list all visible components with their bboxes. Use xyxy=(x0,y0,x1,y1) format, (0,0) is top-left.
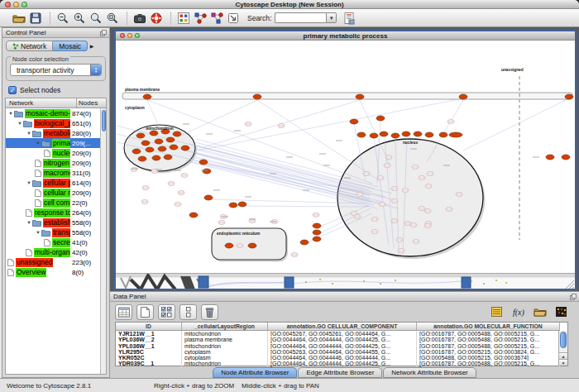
network-view-titlebar[interactable]: primary metabolic process xyxy=(116,31,575,41)
select-attributes-button[interactable] xyxy=(158,304,175,320)
node-attribute-button[interactable] xyxy=(176,11,191,26)
tree-row-nucleobase-[interactable]: nucleobase-209(0) xyxy=(6,148,100,158)
network-canvas[interactable]: plasma membranecytoplasmmitochondrionnuc… xyxy=(116,41,575,273)
page-icon xyxy=(35,189,41,197)
page-icon xyxy=(35,160,41,167)
tree-row-secretion[interactable]: secretion41(0) xyxy=(6,237,100,247)
tree-row-establishment-of-lo[interactable]: ▼establishment of lo558(0) xyxy=(6,218,100,227)
table-cell: [GO:0044464, GO:0044444, GO:0044425, G..… xyxy=(268,337,417,342)
save-session-button[interactable] xyxy=(28,11,43,26)
expander-icon[interactable]: ▼ xyxy=(35,230,41,235)
table-row[interactable]: YPL036W__1mitochondrion[GO:0044464, GO:0… xyxy=(116,343,567,349)
tree-column-nodes[interactable]: Nodes xyxy=(76,98,106,108)
table-scrollbar[interactable]: ▲ ▼ xyxy=(558,331,567,366)
tree-row-cellular-metabol[interactable]: cellular metabol209(0) xyxy=(6,188,100,198)
search-input[interactable] xyxy=(275,12,326,23)
tree-row-overview[interactable]: Overview8(0) xyxy=(6,267,100,277)
annotation-report-button[interactable] xyxy=(342,11,356,26)
search-dropdown-arrow-icon[interactable]: ▼ xyxy=(326,12,337,23)
import-attributes-button[interactable] xyxy=(531,304,548,320)
table-scrollbar-thumb[interactable] xyxy=(560,332,567,348)
toolbar-separator xyxy=(170,12,171,25)
frame-zoom-button[interactable] xyxy=(135,33,140,38)
tree-row-node-count: 209(0) xyxy=(70,150,100,157)
expander-icon[interactable]: ▼ xyxy=(26,180,32,185)
expander-icon[interactable]: ▼ xyxy=(7,111,14,116)
table-column-header[interactable]: _cellularLayoutRegion xyxy=(182,323,268,331)
float-panel-icon[interactable] xyxy=(570,294,577,300)
scroll-up-icon[interactable]: ▲ xyxy=(559,352,567,359)
unselect-attributes-button[interactable] xyxy=(179,304,197,320)
tree-scrollbar-thumb[interactable] xyxy=(102,110,106,131)
table-column-header[interactable]: annotation.GO MOLECULAR_FUNCTION xyxy=(417,323,560,331)
table-row[interactable]: YJR121W__1mitochondrion[GO:0045267, GO:0… xyxy=(116,331,567,337)
frame-close-button[interactable] xyxy=(120,33,125,38)
tree-row-transport[interactable]: ▼transport558(0) xyxy=(6,227,100,237)
zoom-fit-button[interactable] xyxy=(89,11,103,26)
attribute-list-button[interactable] xyxy=(488,304,505,320)
status-hint-pan: Middle-click + drag to PAN xyxy=(242,382,319,390)
attribute-table-button[interactable] xyxy=(115,304,132,320)
network-tree-header: Network Nodes xyxy=(6,98,106,108)
tree-row-multi-organism-pro[interactable]: multi-organism pro42(0) xyxy=(6,247,100,257)
data-panel-header: Data Panel xyxy=(110,292,579,302)
resize-grip-icon[interactable] xyxy=(566,280,574,289)
scroll-down-icon[interactable]: ▼ xyxy=(559,359,567,366)
import-network-button[interactable] xyxy=(226,11,241,26)
tree-row-macromolecule[interactable]: macromolecule311(0) xyxy=(6,168,100,178)
expander-icon[interactable]: ▼ xyxy=(26,220,32,225)
folder-icon xyxy=(41,140,50,147)
open-session-button[interactable] xyxy=(12,11,26,26)
table-row[interactable]: YPL036W__2plasma membrane[GO:0044464, GO… xyxy=(116,337,567,342)
tree-column-network[interactable]: Network xyxy=(6,98,76,108)
tab-network[interactable]: Network xyxy=(6,41,53,51)
tab-overflow-arrow-icon[interactable]: ▶ xyxy=(88,41,96,51)
tree-row-primary-metabo[interactable]: ▼primary metabo209(... xyxy=(6,138,100,148)
tree-row-node-count: 223(0) xyxy=(70,259,100,266)
tree-row-unassigned[interactable]: unassigned223(0) xyxy=(6,257,100,267)
delete-attribute-button[interactable] xyxy=(201,304,218,320)
tree-row-response-to-stimulu[interactable]: response to stimulu264(0) xyxy=(6,208,100,218)
region-label: cytoplasm xyxy=(125,106,145,110)
tree-row-mosaic-demo-yeast[interactable]: ▼mosaic-demo-yeast874(0) xyxy=(6,108,100,118)
matrix-button[interactable] xyxy=(553,304,570,320)
tab-edge-attribute-browser[interactable]: Edge Attribute Browser xyxy=(298,367,382,378)
expander-icon[interactable]: ▼ xyxy=(26,131,32,136)
tab-mosaic[interactable]: Mosaic xyxy=(53,41,88,51)
table-column-header[interactable]: ID xyxy=(116,323,182,331)
tab-node-attribute-browser[interactable]: Node Attribute Browser xyxy=(213,367,297,378)
tab-network-attribute-browser[interactable]: Network Attribute Browser xyxy=(383,367,476,378)
zoom-out-button[interactable] xyxy=(55,11,70,26)
expander-icon[interactable]: ▼ xyxy=(17,121,23,126)
help-ring-button[interactable] xyxy=(149,11,164,26)
tree-row-biological-process[interactable]: ▼biological_process651(0) xyxy=(6,118,100,128)
tree-row-metabolic-process[interactable]: ▼metabolic process280(0) xyxy=(6,128,100,138)
node-color-selection-group: Node color selection transporter activit… xyxy=(6,56,106,81)
expander-icon[interactable]: ▼ xyxy=(35,141,41,146)
select-nodes-checkbox[interactable]: ✓ xyxy=(8,86,17,94)
table-row[interactable]: YLR295Ccytoplasm[GO:0045263, GO:0044464,… xyxy=(116,349,567,355)
network-view-a-button[interactable] xyxy=(193,11,208,26)
toolbar-separator xyxy=(127,12,127,25)
zoom-selected-button[interactable] xyxy=(105,11,120,26)
table-column-header[interactable]: annotation.GO CELLULAR_COMPONENT xyxy=(268,323,417,331)
snapshot-button[interactable] xyxy=(132,11,147,26)
zoom-in-button[interactable] xyxy=(72,11,87,26)
tree-scrollbar[interactable] xyxy=(100,108,106,374)
function-builder-button[interactable]: f(x) xyxy=(510,304,527,320)
table-row[interactable]: YKR052Ccytoplasm[GO:0044464, GO:0044446,… xyxy=(116,355,567,361)
new-attribute-button[interactable] xyxy=(136,304,154,320)
table-cell: [GO:0044464, GO:0044444, GO:0044425, G..… xyxy=(268,343,417,349)
table-row[interactable]: YDR039C__1mitochondrion[GO:0044464, GO:0… xyxy=(116,361,567,366)
cytoscape-window: Cytoscape Desktop (New Session) Search: … xyxy=(0,0,579,392)
tree-row-nitrogen-compo[interactable]: nitrogen compo209(0) xyxy=(6,158,100,168)
float-panel-icon[interactable] xyxy=(100,30,107,36)
frame-minimize-button[interactable] xyxy=(127,33,132,38)
table-cell: [GO:0016787, GO:0005488, GO:0005215, G..… xyxy=(417,331,560,337)
control-panel-header: Control Panel xyxy=(2,28,109,38)
tree-row-cellular-process[interactable]: ▼cellular process614(0) xyxy=(6,178,100,188)
table-cell: [GO:0016787, GO:0005488, GO:0005215, G..… xyxy=(417,337,560,342)
network-view-b-button[interactable] xyxy=(209,11,224,26)
tree-row-cell-communicat[interactable]: cell communicat22(0) xyxy=(6,198,100,208)
node-color-dropdown[interactable]: transporter activity ▲▼ xyxy=(10,64,102,76)
